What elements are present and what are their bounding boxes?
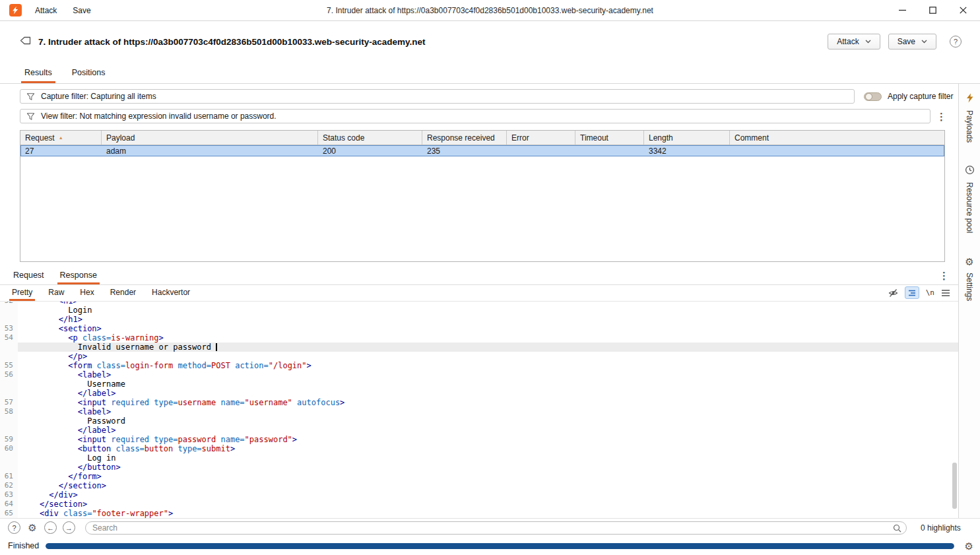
minimize-button[interactable] xyxy=(897,5,907,16)
window-title: 7. Intruder attack of https://0a3b007703… xyxy=(0,6,980,15)
sidebar-item-resource-pool[interactable]: Resource pool xyxy=(965,165,975,233)
capture-filter-text: Capture filter: Capturing all items xyxy=(41,92,156,101)
view-tab-render[interactable]: Render xyxy=(102,285,144,301)
column-header-request[interactable]: Request▲ xyxy=(20,131,102,145)
view-tab-hackvertor[interactable]: Hackvertor xyxy=(144,285,198,301)
settings-gear-icon[interactable]: ⚙ xyxy=(965,541,973,551)
apply-capture-filter-toggle[interactable] xyxy=(864,92,882,101)
view-tab-raw[interactable]: Raw xyxy=(40,285,72,301)
search-help-icon[interactable]: ? xyxy=(8,521,20,534)
response-editor[interactable]: 52 <h1> Login </h1>53 <section>54 <p cla… xyxy=(0,302,958,518)
view-tab-hex[interactable]: Hex xyxy=(72,285,102,301)
editor-menu-icon[interactable]: ⋮ xyxy=(939,271,949,280)
code-text: <input required type=password name="pass… xyxy=(18,435,958,444)
chevron-down-icon xyxy=(921,40,927,44)
code-text: <label> xyxy=(18,370,958,379)
line-number xyxy=(0,343,18,352)
menu-attack[interactable]: Attack xyxy=(35,6,57,15)
sidebar-item-settings[interactable]: ⚙Settings xyxy=(965,256,974,301)
editor-tab-request[interactable]: Request xyxy=(5,267,52,284)
tab-results[interactable]: Results xyxy=(15,63,62,83)
code-line[interactable]: Invalid username or password xyxy=(0,343,958,352)
column-header-timeout[interactable]: Timeout xyxy=(575,131,644,145)
code-line[interactable]: 63 </div> xyxy=(0,490,958,500)
save-button[interactable]: Save xyxy=(888,34,936,49)
text-cursor xyxy=(216,343,217,351)
hide-nonprinting-icon[interactable] xyxy=(888,288,898,298)
code-line[interactable]: 61 </form> xyxy=(0,472,958,481)
code-line[interactable]: Log in xyxy=(0,453,958,463)
table-header-row: Request▲PayloadStatus codeResponse recei… xyxy=(20,131,944,145)
code-line[interactable]: 58 <label> xyxy=(0,407,958,416)
search-settings-gear-icon[interactable]: ⚙ xyxy=(26,523,38,533)
code-text: </label> xyxy=(18,426,958,435)
view-filter-menu-icon[interactable]: ⋮ xyxy=(936,112,946,121)
code-line[interactable]: 62 </section> xyxy=(0,481,958,490)
code-text: Log in xyxy=(18,453,958,463)
code-line[interactable]: </button> xyxy=(0,463,958,472)
code-text: Login xyxy=(18,306,958,315)
sort-ascending-icon: ▲ xyxy=(59,135,63,140)
code-line[interactable]: Password xyxy=(0,416,958,426)
line-number xyxy=(0,389,18,398)
code-line[interactable]: 60 <button class=button type=submit> xyxy=(0,444,958,453)
column-header-response-received[interactable]: Response received xyxy=(422,131,507,145)
editor-settings-menu-icon[interactable] xyxy=(941,289,950,297)
code-text: </label> xyxy=(18,389,958,398)
close-button[interactable] xyxy=(958,5,968,16)
code-line[interactable]: </label> xyxy=(0,389,958,398)
message-editor-tabs: RequestResponse ⋮ xyxy=(0,267,958,285)
show-newlines-icon[interactable]: \n xyxy=(926,288,934,297)
view-filter-text: View filter: Not matching expression inv… xyxy=(41,112,277,121)
line-number xyxy=(0,463,18,472)
view-tab-pretty[interactable]: Pretty xyxy=(4,285,40,301)
capture-filter-bar[interactable]: Capture filter: Capturing all items xyxy=(20,89,855,104)
code-line[interactable]: 53 <section> xyxy=(0,324,958,333)
previous-match-button[interactable]: ← xyxy=(44,521,57,534)
column-label: Request xyxy=(25,133,55,143)
attack-button[interactable]: Attack xyxy=(828,34,880,49)
maximize-button[interactable] xyxy=(927,5,938,16)
view-filter-bar[interactable]: View filter: Not matching expression inv… xyxy=(20,109,931,123)
line-number: 62 xyxy=(0,481,18,490)
column-label: Payload xyxy=(106,133,135,143)
code-line[interactable]: </p> xyxy=(0,352,958,361)
pretty-print-toggle-icon[interactable] xyxy=(905,286,919,299)
column-header-comment[interactable]: Comment xyxy=(730,131,944,145)
code-line[interactable]: </h1> xyxy=(0,315,958,324)
apply-capture-filter-label: Apply capture filter xyxy=(888,92,953,101)
code-text: </section> xyxy=(18,481,958,490)
code-line[interactable]: Username xyxy=(0,379,958,389)
table-body[interactable]: 27adam2002353342 xyxy=(20,145,944,261)
table-row[interactable]: 27adam2002353342 xyxy=(20,145,944,156)
clock-icon xyxy=(965,165,975,178)
editor-tab-response[interactable]: Response xyxy=(52,267,105,284)
sidebar-item-label: Settings xyxy=(965,273,974,301)
code-line[interactable]: 57 <input required type=username name="u… xyxy=(0,398,958,407)
column-header-status-code[interactable]: Status code xyxy=(318,131,422,145)
line-number: 59 xyxy=(0,435,18,444)
tab-positions[interactable]: Positions xyxy=(62,63,115,83)
code-line[interactable]: 59 <input required type=password name="p… xyxy=(0,435,958,444)
code-line[interactable]: Login xyxy=(0,306,958,315)
code-line[interactable]: 55 <form class=login-form method=POST ac… xyxy=(0,361,958,370)
column-label: Comment xyxy=(735,133,769,143)
help-icon[interactable]: ? xyxy=(950,36,962,48)
editor-scrollbar[interactable] xyxy=(952,463,957,509)
code-line[interactable]: 65 <div class="footer-wrapper"> xyxy=(0,509,958,518)
window-controls xyxy=(897,5,973,16)
column-header-length[interactable]: Length xyxy=(644,131,730,145)
next-match-button[interactable]: → xyxy=(63,521,75,534)
code-line[interactable]: 64 </section> xyxy=(0,500,958,509)
code-text: <input required type=username name="user… xyxy=(18,398,958,407)
column-header-payload[interactable]: Payload xyxy=(102,131,318,145)
code-line[interactable]: 54 <p class=is-warning> xyxy=(0,333,958,343)
code-line[interactable]: </label> xyxy=(0,426,958,435)
search-input[interactable] xyxy=(85,521,907,535)
code-line[interactable]: 56 <label> xyxy=(0,370,958,379)
column-header-error[interactable]: Error xyxy=(507,131,575,145)
menu-save[interactable]: Save xyxy=(73,6,90,15)
sidebar-item-payloads[interactable]: Payloads xyxy=(965,93,974,143)
column-label: Error xyxy=(511,133,529,143)
line-number xyxy=(0,416,18,426)
